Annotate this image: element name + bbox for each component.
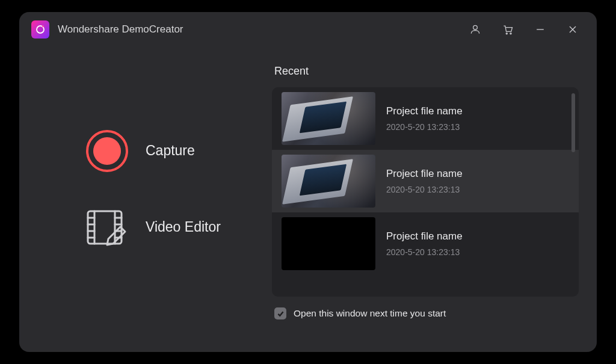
project-name: Project file name (386, 105, 463, 117)
svg-rect-10 (88, 211, 122, 244)
svg-point-4 (510, 33, 511, 34)
close-icon (567, 23, 579, 35)
project-name: Project file name (386, 168, 463, 180)
project-thumbnail (282, 92, 375, 145)
video-editor-button[interactable]: Video Editor (85, 209, 272, 246)
recent-projects-list: Project file name 2020-5-20 13:23:13 Pro… (272, 87, 579, 297)
record-icon (85, 129, 129, 173)
cart-icon (502, 23, 514, 35)
account-button[interactable] (463, 17, 487, 42)
capture-button[interactable]: Capture (85, 129, 272, 173)
project-date: 2020-5-20 13:23:13 (386, 185, 463, 194)
body: Capture Video Editor Recent (19, 47, 597, 352)
capture-label: Capture (146, 143, 195, 159)
close-button[interactable] (561, 17, 585, 42)
svg-point-2 (473, 25, 478, 29)
svg-point-9 (93, 137, 121, 165)
project-name: Project file name (386, 230, 463, 242)
svg-point-3 (506, 33, 507, 34)
app-logo-icon (31, 20, 49, 39)
editor-label: Video Editor (146, 219, 221, 235)
sidebar: Capture Video Editor (19, 47, 272, 352)
titlebar: Wondershare DemoCreator (19, 12, 597, 47)
open-next-time-checkbox[interactable] (274, 307, 286, 319)
startup-option-row: Open this window next time you start (272, 307, 579, 319)
minimize-icon (534, 23, 546, 35)
project-thumbnail (282, 217, 375, 270)
film-edit-icon (85, 209, 129, 246)
check-icon (277, 310, 285, 318)
project-date: 2020-5-20 13:23:13 (386, 122, 463, 132)
project-date: 2020-5-20 13:23:13 (386, 247, 463, 257)
recent-project-item[interactable]: Project file name 2020-5-20 13:23:13 (272, 212, 579, 275)
scrollbar-thumb[interactable] (571, 93, 575, 152)
recent-heading: Recent (274, 65, 579, 78)
minimize-button[interactable] (528, 17, 552, 42)
project-thumbnail (282, 155, 375, 208)
recent-project-item[interactable]: Project file name 2020-5-20 13:23:13 (272, 150, 579, 212)
app-window: Wondershare DemoCreator Capture (19, 12, 597, 352)
app-title: Wondershare DemoCreator (58, 23, 183, 35)
user-icon (469, 23, 481, 35)
cart-button[interactable] (496, 17, 520, 42)
open-next-time-label: Open this window next time you start (294, 308, 446, 319)
svg-point-1 (42, 25, 44, 27)
recent-project-item[interactable]: Project file name 2020-5-20 13:23:13 (272, 87, 579, 150)
main-panel: Recent Project file name 2020-5-20 13:23… (272, 47, 597, 352)
